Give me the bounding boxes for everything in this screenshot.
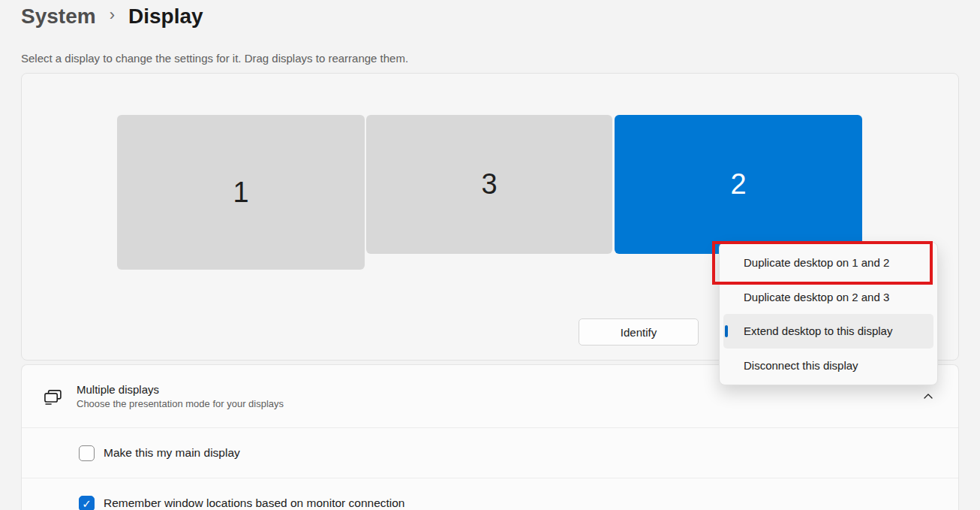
monitor-1[interactable]: 1 <box>117 115 365 270</box>
breadcrumb-system-link[interactable]: System <box>21 5 96 29</box>
main-display-label: Make this my main display <box>104 446 240 460</box>
menu-item-label: Extend desktop to this display <box>744 324 892 337</box>
identify-button[interactable]: Identify <box>579 318 699 346</box>
monitor-3[interactable]: 3 <box>366 115 612 254</box>
selected-item-accent-bar <box>725 325 728 337</box>
main-display-checkbox[interactable] <box>79 445 95 461</box>
breadcrumb: System › Display <box>21 0 203 33</box>
monitor-2-selected[interactable]: 2 <box>615 115 862 254</box>
remember-locations-checkbox[interactable] <box>79 496 95 510</box>
collapse-chevron-up-icon[interactable] <box>921 389 936 404</box>
remember-locations-label: Remember window locations based on monit… <box>104 496 405 510</box>
menu-item-extend-desktop[interactable]: Extend desktop to this display <box>723 314 933 349</box>
display-mode-menu: Duplicate desktop on 1 and 2 Duplicate d… <box>719 242 938 385</box>
menu-item-duplicate-2-3[interactable]: Duplicate desktop on 2 and 3 <box>723 280 933 315</box>
page-title: Display <box>128 5 203 29</box>
multiple-displays-card: Multiple displays Choose the presentatio… <box>21 364 959 510</box>
multiple-displays-texts: Multiple displays Choose the presentatio… <box>77 382 921 411</box>
multiple-displays-subtitle: Choose the presentation mode for your di… <box>77 397 921 411</box>
menu-item-disconnect-display[interactable]: Disconnect this display <box>723 349 933 383</box>
page-description: Select a display to change the settings … <box>21 52 408 65</box>
option-row-main-display: Make this my main display <box>22 428 958 478</box>
option-row-remember-locations: Remember window locations based on monit… <box>22 478 958 510</box>
menu-item-duplicate-1-2[interactable]: Duplicate desktop on 1 and 2 <box>723 246 933 280</box>
breadcrumb-chevron-icon: › <box>107 5 118 25</box>
multiple-displays-icon <box>42 385 65 408</box>
